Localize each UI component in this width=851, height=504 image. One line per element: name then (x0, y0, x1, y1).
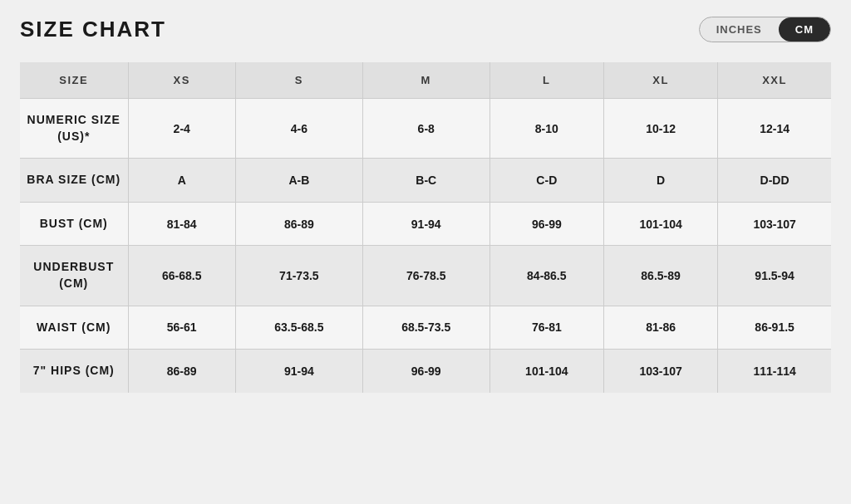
col-header-s: S (235, 62, 362, 99)
cell-r3-c2: 76-78.5 (362, 246, 489, 306)
col-header-xxl: XXL (718, 62, 831, 99)
col-header-xl: XL (603, 62, 717, 99)
cell-r5-c3: 101-104 (489, 350, 603, 393)
cell-r3-c5: 91.5-94 (718, 246, 831, 306)
table-row: WAIST (CM)56-6163.5-68.568.5-73.576-8181… (20, 306, 831, 350)
cell-r5-c0: 86-89 (128, 350, 235, 393)
cell-r5-c1: 91-94 (235, 350, 362, 393)
size-chart-container: SIZE CHART INCHES CM SIZEXSSMLXLXXL NUME… (0, 0, 851, 504)
cell-r2-c3: 96-99 (489, 202, 603, 246)
col-header-l: L (489, 62, 603, 99)
cell-r5-c5: 111-114 (718, 350, 831, 393)
inches-button[interactable]: INCHES (700, 17, 779, 42)
row-label-2: BUST (CM) (20, 202, 128, 246)
cell-r2-c1: 86-89 (235, 202, 362, 246)
cell-r3-c4: 86.5-89 (603, 246, 717, 306)
cell-r4-c2: 68.5-73.5 (362, 306, 489, 350)
cell-r1-c5: D-DD (718, 159, 831, 203)
cell-r0-c2: 6-8 (362, 99, 489, 159)
cell-r0-c1: 4-6 (235, 99, 362, 159)
col-header-size: SIZE (20, 62, 128, 99)
table-row: UNDERBUST (CM)66-68.571-73.576-78.584-86… (20, 246, 831, 306)
cell-r4-c0: 56-61 (128, 306, 235, 350)
cell-r2-c2: 91-94 (362, 202, 489, 246)
row-label-5: 7" HIPS (CM) (20, 350, 128, 393)
cell-r4-c1: 63.5-68.5 (235, 306, 362, 350)
cell-r4-c4: 81-86 (603, 306, 717, 350)
cell-r5-c2: 96-99 (362, 350, 489, 393)
size-table: SIZEXSSMLXLXXL NUMERIC SIZE (US)*2-44-66… (20, 62, 831, 393)
cell-r5-c4: 103-107 (603, 350, 717, 393)
table-row: 7" HIPS (CM)86-8991-9496-99101-104103-10… (20, 350, 831, 393)
table-row: BRA SIZE (CM)AA-BB-CC-DDD-DD (20, 159, 831, 203)
row-label-0: NUMERIC SIZE (US)* (20, 99, 128, 159)
row-label-4: WAIST (CM) (20, 306, 128, 350)
cell-r0-c0: 2-4 (128, 99, 235, 159)
cell-r1-c3: C-D (489, 159, 603, 203)
cell-r2-c4: 101-104 (603, 202, 717, 246)
cell-r0-c5: 12-14 (718, 99, 831, 159)
table-header-row: SIZEXSSMLXLXXL (20, 62, 831, 99)
cell-r2-c0: 81-84 (128, 202, 235, 246)
unit-toggle[interactable]: INCHES CM (699, 17, 831, 42)
row-label-3: UNDERBUST (CM) (20, 246, 128, 306)
cm-button[interactable]: CM (779, 17, 830, 42)
table-body: NUMERIC SIZE (US)*2-44-66-88-1010-1212-1… (20, 99, 831, 393)
cell-r3-c3: 84-86.5 (489, 246, 603, 306)
row-label-1: BRA SIZE (CM) (20, 159, 128, 203)
cell-r0-c3: 8-10 (489, 99, 603, 159)
header: SIZE CHART INCHES CM (20, 17, 831, 42)
table-row: BUST (CM)81-8486-8991-9496-99101-104103-… (20, 202, 831, 246)
table-row: NUMERIC SIZE (US)*2-44-66-88-1010-1212-1… (20, 99, 831, 159)
cell-r1-c4: D (603, 159, 717, 203)
cell-r4-c5: 86-91.5 (718, 306, 831, 350)
cell-r3-c0: 66-68.5 (128, 246, 235, 306)
cell-r4-c3: 76-81 (489, 306, 603, 350)
col-header-xs: XS (128, 62, 235, 99)
cell-r1-c0: A (128, 159, 235, 203)
cell-r1-c1: A-B (235, 159, 362, 203)
cell-r1-c2: B-C (362, 159, 489, 203)
cell-r2-c5: 103-107 (718, 202, 831, 246)
cell-r0-c4: 10-12 (603, 99, 717, 159)
page-title: SIZE CHART (20, 17, 166, 42)
col-header-m: M (362, 62, 489, 99)
cell-r3-c1: 71-73.5 (235, 246, 362, 306)
